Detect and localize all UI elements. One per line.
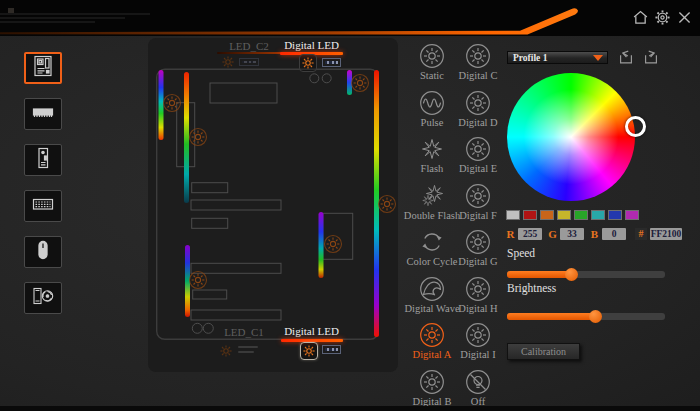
led-c2-sun-icon[interactable]	[221, 55, 235, 69]
speed-slider[interactable]	[507, 271, 665, 278]
lighting-modes: Static Digital C Pulse Digital D Flash D…	[409, 38, 501, 410]
mode-pulse[interactable]: Pulse	[409, 85, 455, 132]
swatch[interactable]	[608, 210, 622, 220]
speed-label: Speed	[507, 247, 535, 259]
sidebar-item-mouse[interactable]	[24, 236, 62, 268]
titlebar	[0, 0, 700, 36]
swatch[interactable]	[540, 210, 554, 220]
rgb-fusion-window: LED_C2 Digital LED LED_C1 Digital LED St…	[0, 0, 700, 411]
mode-digital-i[interactable]: Digital I	[455, 317, 501, 364]
swatch[interactable]	[523, 210, 537, 220]
graphics-fan-icon	[30, 284, 56, 312]
home-icon[interactable]	[632, 9, 649, 26]
led-c1-connector	[238, 351, 254, 353]
color-wheel[interactable]	[507, 73, 635, 201]
sidebar-item-memory[interactable]	[24, 98, 62, 130]
digital-f-icon	[465, 183, 491, 209]
export-profile-icon[interactable]	[642, 48, 660, 66]
mode-digital-h[interactable]: Digital H	[455, 271, 501, 318]
mode-digital-g[interactable]: Digital G	[455, 224, 501, 271]
brightness-slider-knob[interactable]	[589, 310, 602, 323]
profile-select[interactable]: Profile 1	[507, 51, 608, 64]
mode-digital-e[interactable]: Digital E	[455, 131, 501, 178]
led-zone-badge	[379, 196, 396, 213]
digital-led-top-sun-icon	[301, 56, 315, 70]
swatch[interactable]	[591, 210, 605, 220]
swatch[interactable]	[574, 210, 588, 220]
green-value-field[interactable]: 33	[560, 228, 584, 240]
digital-b-icon	[419, 369, 445, 395]
mode-digital-wave[interactable]: Digital Wave	[409, 271, 455, 318]
hex-label: #	[635, 228, 647, 240]
digital-i-icon	[465, 322, 491, 348]
main-area: LED_C2 Digital LED LED_C1 Digital LED St…	[0, 36, 700, 411]
digital-c-icon	[465, 43, 491, 69]
color-cycle-icon	[419, 229, 445, 255]
pulse-icon	[419, 90, 445, 116]
color-wheel-selector[interactable]	[625, 116, 646, 137]
import-profile-icon[interactable]	[617, 48, 635, 66]
mode-color-cycle[interactable]: Color Cycle	[409, 224, 455, 271]
led-c2-connector	[239, 58, 259, 66]
brightness-slider-fill	[507, 313, 595, 320]
mode-flash[interactable]: Flash	[409, 131, 455, 178]
mode-static[interactable]: Static	[409, 38, 455, 85]
mode-digital-d[interactable]: Digital D	[455, 85, 501, 132]
speed-slider-knob[interactable]	[565, 268, 578, 281]
profile-value: Profile 1	[508, 53, 593, 63]
hex-value-field[interactable]: FF2100	[650, 228, 682, 240]
digital-led-bottom-connector	[322, 345, 341, 354]
swatch[interactable]	[557, 210, 571, 220]
mode-off[interactable]: Off	[455, 364, 501, 411]
sidebar-item-motherboard[interactable]	[24, 52, 62, 84]
blue-value-field[interactable]: 0	[602, 228, 626, 240]
led-c1-label: LED_C1	[222, 326, 266, 338]
orange-swoosh-decoration	[0, 0, 700, 36]
led-c1-sun-icon[interactable]	[219, 344, 233, 358]
mouse-icon	[30, 238, 56, 266]
digital-d-icon	[465, 90, 491, 116]
mode-digital-c[interactable]: Digital C	[455, 38, 501, 85]
digital-e-icon	[465, 136, 491, 162]
keyboard-icon	[30, 192, 56, 220]
brightness-label: Brightness	[507, 282, 556, 294]
rgb-values-row: R 255 G 33 B 0 # FF2100	[506, 227, 685, 240]
mode-double-flash[interactable]: Double Flash	[409, 178, 455, 225]
chevron-down-icon	[593, 55, 603, 61]
digital-wave-icon	[419, 276, 445, 302]
green-label: G	[548, 228, 557, 240]
red-value-field[interactable]: 255	[518, 228, 542, 240]
mode-digital-b[interactable]: Digital B	[409, 364, 455, 411]
sidebar-item-graphics-fan[interactable]	[24, 282, 62, 314]
device-sidebar	[24, 52, 64, 328]
digital-led-top-label: Digital LED	[280, 39, 343, 51]
flash-icon	[419, 136, 445, 162]
calibration-button[interactable]: Calibration	[507, 343, 580, 360]
digital-led-bottom-zone[interactable]	[300, 342, 318, 360]
brightness-slider[interactable]	[507, 313, 665, 320]
static-icon	[419, 43, 445, 69]
pc-case-icon	[30, 146, 56, 174]
swatch[interactable]	[625, 210, 639, 220]
close-icon[interactable]	[676, 9, 693, 26]
mode-digital-f[interactable]: Digital F	[455, 178, 501, 225]
window-bottom-edge	[0, 406, 700, 411]
digital-h-icon	[465, 276, 491, 302]
digital-a-icon	[419, 322, 445, 348]
sidebar-item-pc-case[interactable]	[24, 144, 62, 176]
digital-g-icon	[465, 229, 491, 255]
color-swatches	[506, 210, 639, 220]
double-flash-icon	[419, 183, 445, 209]
off-icon	[465, 369, 491, 395]
led-c1-connector	[238, 346, 258, 348]
led-c2-underline	[217, 52, 281, 54]
motherboard-icon	[30, 54, 56, 82]
digital-led-top-zone[interactable]	[299, 54, 317, 72]
digital-led-bottom-label: Digital LED	[280, 325, 343, 337]
sidebar-item-keyboard[interactable]	[24, 190, 62, 222]
swatch[interactable]	[506, 210, 520, 220]
settings-gear-icon[interactable]	[654, 9, 671, 26]
digital-led-bottom-sun-icon	[302, 344, 316, 358]
ram-icon	[30, 100, 56, 128]
mode-digital-a[interactable]: Digital A	[409, 317, 455, 364]
